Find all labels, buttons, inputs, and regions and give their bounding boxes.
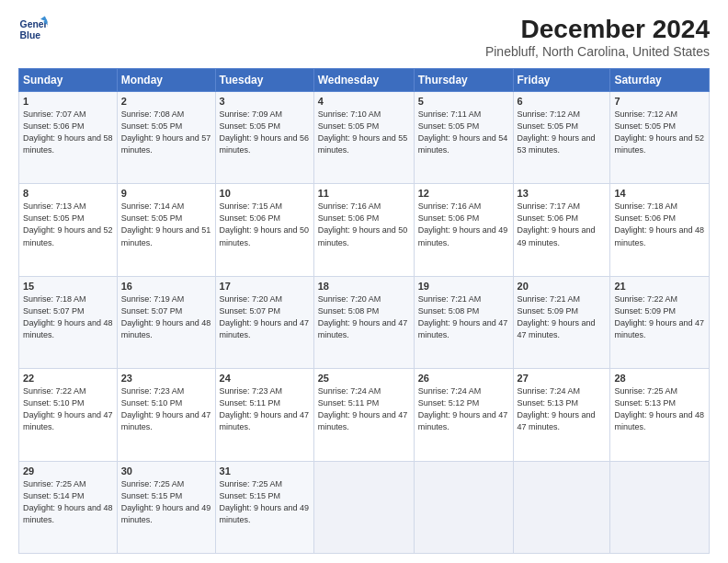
day-number: 13 <box>518 188 607 199</box>
day-info: Sunrise: 7:15 AMSunset: 5:06 PMDaylight:… <box>220 201 310 247</box>
day-number: 10 <box>220 188 310 199</box>
svg-text:Blue: Blue <box>20 30 41 40</box>
day-info: Sunrise: 7:25 AMSunset: 5:15 PMDaylight:… <box>220 479 310 524</box>
table-cell: 7Sunrise: 7:12 AMSunset: 5:05 PMDaylight… <box>610 92 710 184</box>
day-info: Sunrise: 7:07 AMSunset: 5:06 PMDaylight:… <box>23 109 113 155</box>
calendar-week-2: 8Sunrise: 7:13 AMSunset: 5:05 PMDaylight… <box>19 184 710 276</box>
day-number: 5 <box>418 96 509 107</box>
calendar-week-3: 15Sunrise: 7:18 AMSunset: 5:07 PMDayligh… <box>19 276 710 368</box>
day-number: 15 <box>23 281 113 292</box>
day-info: Sunrise: 7:25 AMSunset: 5:14 PMDaylight:… <box>23 479 113 524</box>
table-cell: 21Sunrise: 7:22 AMSunset: 5:09 PMDayligh… <box>610 276 710 368</box>
day-number: 11 <box>318 188 410 199</box>
day-number: 2 <box>121 96 211 107</box>
table-cell: 12Sunrise: 7:16 AMSunset: 5:06 PMDayligh… <box>414 184 513 276</box>
day-info: Sunrise: 7:12 AMSunset: 5:05 PMDaylight:… <box>518 109 596 155</box>
header: General Blue December 2024 Pinebluff, No… <box>18 15 710 59</box>
day-number: 6 <box>518 96 607 107</box>
table-cell: 14Sunrise: 7:18 AMSunset: 5:06 PMDayligh… <box>610 184 710 276</box>
table-cell: 23Sunrise: 7:23 AMSunset: 5:10 PMDayligh… <box>117 369 215 461</box>
calendar-header-row: Sunday Monday Tuesday Wednesday Thursday… <box>19 69 710 92</box>
table-cell: 8Sunrise: 7:13 AMSunset: 5:05 PMDaylight… <box>19 184 118 276</box>
col-thursday: Thursday <box>414 69 513 92</box>
day-number: 21 <box>614 281 705 292</box>
col-tuesday: Tuesday <box>215 69 313 92</box>
table-cell: 31Sunrise: 7:25 AMSunset: 5:15 PMDayligh… <box>215 461 313 553</box>
day-info: Sunrise: 7:24 AMSunset: 5:12 PMDaylight:… <box>418 386 508 431</box>
day-number: 28 <box>614 373 705 384</box>
day-number: 20 <box>518 281 607 292</box>
table-cell: 25Sunrise: 7:24 AMSunset: 5:11 PMDayligh… <box>313 369 414 461</box>
day-number: 9 <box>121 188 211 199</box>
day-number: 18 <box>318 281 410 292</box>
day-number: 23 <box>121 373 211 384</box>
table-cell: 19Sunrise: 7:21 AMSunset: 5:08 PMDayligh… <box>414 276 513 368</box>
day-info: Sunrise: 7:18 AMSunset: 5:07 PMDaylight:… <box>23 294 113 339</box>
col-sunday: Sunday <box>19 69 118 92</box>
day-info: Sunrise: 7:25 AMSunset: 5:13 PMDaylight:… <box>614 386 704 431</box>
day-number: 14 <box>614 188 705 199</box>
col-friday: Friday <box>513 69 610 92</box>
day-number: 1 <box>23 96 113 107</box>
day-number: 22 <box>23 373 113 384</box>
day-info: Sunrise: 7:24 AMSunset: 5:13 PMDaylight:… <box>518 386 596 431</box>
day-info: Sunrise: 7:25 AMSunset: 5:15 PMDaylight:… <box>121 479 211 524</box>
table-cell <box>610 461 710 553</box>
day-number: 31 <box>220 465 310 477</box>
day-info: Sunrise: 7:23 AMSunset: 5:10 PMDaylight:… <box>121 386 211 431</box>
day-number: 17 <box>220 281 310 292</box>
page: General Blue December 2024 Pinebluff, No… <box>0 0 728 563</box>
day-number: 27 <box>518 373 607 384</box>
table-cell: 9Sunrise: 7:14 AMSunset: 5:05 PMDaylight… <box>117 184 215 276</box>
col-wednesday: Wednesday <box>313 69 414 92</box>
calendar-week-5: 29Sunrise: 7:25 AMSunset: 5:14 PMDayligh… <box>19 461 710 553</box>
day-info: Sunrise: 7:14 AMSunset: 5:05 PMDaylight:… <box>121 201 211 247</box>
table-cell: 4Sunrise: 7:10 AMSunset: 5:05 PMDaylight… <box>313 92 414 184</box>
day-number: 26 <box>418 373 509 384</box>
day-info: Sunrise: 7:24 AMSunset: 5:11 PMDaylight:… <box>318 386 408 431</box>
table-cell: 3Sunrise: 7:09 AMSunset: 5:05 PMDaylight… <box>215 92 313 184</box>
col-monday: Monday <box>117 69 215 92</box>
table-cell: 20Sunrise: 7:21 AMSunset: 5:09 PMDayligh… <box>513 276 610 368</box>
day-info: Sunrise: 7:22 AMSunset: 5:10 PMDaylight:… <box>23 386 113 431</box>
day-number: 24 <box>220 373 310 384</box>
table-cell: 6Sunrise: 7:12 AMSunset: 5:05 PMDaylight… <box>513 92 610 184</box>
day-number: 30 <box>121 465 211 477</box>
table-cell: 18Sunrise: 7:20 AMSunset: 5:08 PMDayligh… <box>313 276 414 368</box>
table-cell: 30Sunrise: 7:25 AMSunset: 5:15 PMDayligh… <box>117 461 215 553</box>
table-cell: 15Sunrise: 7:18 AMSunset: 5:07 PMDayligh… <box>19 276 118 368</box>
table-cell: 24Sunrise: 7:23 AMSunset: 5:11 PMDayligh… <box>215 369 313 461</box>
main-title: December 2024 <box>485 15 710 44</box>
day-info: Sunrise: 7:13 AMSunset: 5:05 PMDaylight:… <box>23 201 113 247</box>
logo: General Blue <box>18 15 48 44</box>
day-number: 4 <box>318 96 410 107</box>
day-number: 29 <box>23 465 113 477</box>
day-info: Sunrise: 7:12 AMSunset: 5:05 PMDaylight:… <box>614 109 704 155</box>
day-info: Sunrise: 7:16 AMSunset: 5:06 PMDaylight:… <box>418 201 508 247</box>
table-cell: 16Sunrise: 7:19 AMSunset: 5:07 PMDayligh… <box>117 276 215 368</box>
day-info: Sunrise: 7:11 AMSunset: 5:05 PMDaylight:… <box>418 109 508 155</box>
day-number: 8 <box>23 188 113 199</box>
table-cell <box>414 461 513 553</box>
day-info: Sunrise: 7:22 AMSunset: 5:09 PMDaylight:… <box>614 294 704 339</box>
day-number: 7 <box>614 96 705 107</box>
logo-icon: General Blue <box>18 15 48 44</box>
table-cell: 26Sunrise: 7:24 AMSunset: 5:12 PMDayligh… <box>414 369 513 461</box>
table-cell: 10Sunrise: 7:15 AMSunset: 5:06 PMDayligh… <box>215 184 313 276</box>
table-cell: 22Sunrise: 7:22 AMSunset: 5:10 PMDayligh… <box>19 369 118 461</box>
day-info: Sunrise: 7:20 AMSunset: 5:07 PMDaylight:… <box>220 294 310 339</box>
table-cell <box>513 461 610 553</box>
day-number: 25 <box>318 373 410 384</box>
table-cell: 13Sunrise: 7:17 AMSunset: 5:06 PMDayligh… <box>513 184 610 276</box>
day-info: Sunrise: 7:17 AMSunset: 5:06 PMDaylight:… <box>518 201 596 247</box>
table-cell <box>313 461 414 553</box>
day-info: Sunrise: 7:21 AMSunset: 5:08 PMDaylight:… <box>418 294 508 339</box>
day-number: 19 <box>418 281 509 292</box>
day-info: Sunrise: 7:21 AMSunset: 5:09 PMDaylight:… <box>518 294 596 339</box>
table-cell: 2Sunrise: 7:08 AMSunset: 5:05 PMDaylight… <box>117 92 215 184</box>
day-info: Sunrise: 7:18 AMSunset: 5:06 PMDaylight:… <box>614 201 704 247</box>
day-number: 3 <box>220 96 310 107</box>
col-saturday: Saturday <box>610 69 710 92</box>
table-cell: 11Sunrise: 7:16 AMSunset: 5:06 PMDayligh… <box>313 184 414 276</box>
table-cell: 27Sunrise: 7:24 AMSunset: 5:13 PMDayligh… <box>513 369 610 461</box>
